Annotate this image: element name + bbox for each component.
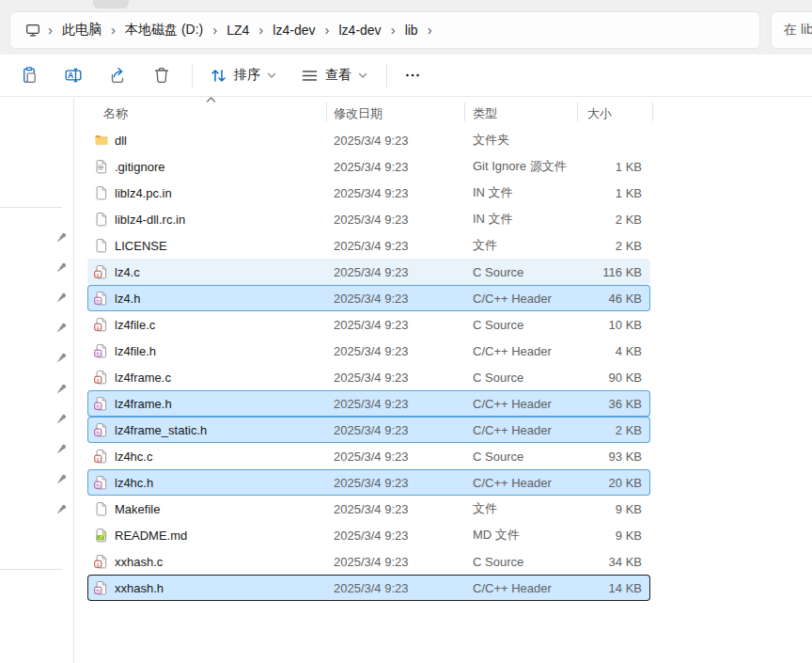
share-icon [108,66,127,85]
command-toolbar: A 排序 查看 [0,55,812,97]
this-pc-icon [25,23,40,38]
breadcrumb-item[interactable]: LZ4 [219,20,257,40]
file-row[interactable]: h lz4.h 2025/3/4 9:23 C/C++ Header 46 KB [87,285,650,311]
chevron-right-icon[interactable]: › [426,23,434,37]
file-date-modified: 2025/3/4 9:23 [334,522,409,548]
file-date-modified: 2025/3/4 9:23 [334,180,409,206]
file-size: 1 KB [616,180,642,206]
chevron-right-icon[interactable]: › [322,23,331,37]
file-date-modified: 2025/3/4 9:23 [334,469,409,496]
chevron-right-icon[interactable]: › [46,23,55,37]
column-resize-handle[interactable] [652,103,653,121]
chevron-right-icon[interactable]: › [389,23,398,37]
file-type: C Source [473,364,523,390]
breadcrumb-item[interactable]: 此电脑 [55,19,109,41]
chevron-right-icon[interactable]: › [257,23,265,37]
address-bar[interactable]: ›此电脑›本地磁盘 (D:)›LZ4›lz4-dev›lz4-dev›lib› [9,11,760,49]
svg-text:c: c [97,560,100,567]
file-size: 46 KB [609,285,642,311]
breadcrumb-item[interactable]: lib [398,20,426,40]
file-row[interactable]: README.md 2025/3/4 9:23 MD 文件 9 KB [87,522,650,548]
file-type: C/C++ Header [473,390,552,417]
navigation-pane[interactable] [0,98,74,663]
column-header-date[interactable]: 修改日期 [334,105,383,122]
file-date-modified: 2025/3/4 9:23 [334,390,409,417]
file-row[interactable]: c lz4hc.c 2025/3/4 9:23 C Source 93 KB [87,443,650,469]
file-name: Makefile [115,496,160,522]
file-size: 34 KB [609,548,642,575]
share-button[interactable] [102,60,133,90]
nav-divider [0,207,62,208]
file-size: 2 KB [616,206,642,232]
file-name: lz4.c [115,259,140,285]
file-row[interactable]: .gitignore 2025/3/4 9:23 Git Ignore 源文件 … [87,153,650,180]
breadcrumb-item[interactable]: lz4-dev [265,20,322,40]
file-date-modified: 2025/3/4 9:23 [334,443,409,469]
file-row[interactable]: h lz4frame.h 2025/3/4 9:23 C/C++ Header … [87,390,650,417]
file-row[interactable]: h lz4frame_static.h 2025/3/4 9:23 C/C++ … [87,417,650,443]
column-header-type[interactable]: 类型 [473,105,497,122]
file-row[interactable]: c lz4.c 2025/3/4 9:23 C Source 116 KB [87,259,650,285]
sort-ascending-icon [206,96,216,103]
chevron-right-icon[interactable]: › [109,23,117,37]
c-icon: c [94,311,109,338]
file-type: MD 文件 [473,522,520,548]
more-options-button[interactable] [397,60,429,90]
file-row[interactable]: h xxhash.h 2025/3/4 9:23 C/C++ Header 14… [87,575,650,601]
chevron-down-icon [358,72,367,79]
file-icon [94,180,109,206]
pin-icon [54,442,69,457]
h-icon: h [94,338,109,364]
file-row[interactable]: h lz4file.h 2025/3/4 9:23 C/C++ Header 4… [87,338,650,364]
file-row[interactable]: LICENSE 2025/3/4 9:23 文件 2 KB [87,232,650,259]
view-icon [301,67,319,85]
file-icon [94,232,109,259]
file-row[interactable]: liblz4.pc.in 2025/3/4 9:23 IN 文件 1 KB [87,180,650,206]
file-name: lz4.h [115,285,140,311]
rename-button[interactable]: A [57,60,89,90]
delete-button[interactable] [146,60,178,90]
file-size: 14 KB [609,575,642,601]
file-date-modified: 2025/3/4 9:23 [334,575,409,601]
view-button[interactable]: 查看 [293,60,375,90]
breadcrumb-item[interactable]: 本地磁盘 (D:) [117,19,211,41]
paste-button[interactable] [13,60,45,90]
file-type: C/C++ Header [473,285,552,311]
chevron-down-icon [267,72,276,79]
svg-text:h: h [97,429,101,435]
c-icon: c [94,364,109,390]
file-row[interactable]: c lz4frame.c 2025/3/4 9:23 C Source 90 K… [87,364,650,390]
file-row[interactable]: liblz4-dll.rc.in 2025/3/4 9:23 IN 文件 2 K… [87,206,650,232]
search-input[interactable]: 在 lib [771,11,812,49]
file-name: LICENSE [115,232,167,259]
file-size: 1 KB [616,153,642,180]
sort-button[interactable]: 排序 [202,60,284,90]
svg-text:h: h [97,481,101,488]
toolbar-separator [192,63,193,87]
paste-icon [20,66,39,85]
search-placeholder: 在 lib [784,22,812,39]
file-name: lz4frame.h [115,390,172,417]
file-type: C Source [473,548,523,575]
file-size: 2 KB [616,417,642,443]
file-row[interactable]: c xxhash.c 2025/3/4 9:23 C Source 34 KB [87,548,650,575]
file-date-modified: 2025/3/4 9:23 [334,548,409,575]
file-size: 93 KB [609,443,642,469]
file-type: 文件 [473,232,497,259]
file-row[interactable]: c lz4file.c 2025/3/4 9:23 C Source 10 KB [87,311,650,338]
column-header-name[interactable]: 名称 [103,105,128,122]
column-resize-handle[interactable] [464,103,465,121]
column-resize-handle[interactable] [577,103,578,121]
column-resize-handle[interactable] [326,103,327,121]
file-icon [94,206,109,232]
h-icon: h [94,285,109,311]
file-date-modified: 2025/3/4 9:23 [334,311,409,338]
column-header-size[interactable]: 大小 [587,105,612,122]
pin-icon [54,382,69,397]
chevron-right-icon[interactable]: › [211,23,219,37]
breadcrumb-item[interactable]: lz4-dev [331,20,388,40]
file-row[interactable]: dll 2025/3/4 9:23 文件夹 [87,127,650,153]
file-row[interactable]: Makefile 2025/3/4 9:23 文件 9 KB [87,496,650,522]
file-row[interactable]: h lz4hc.h 2025/3/4 9:23 C/C++ Header 20 … [87,469,650,496]
file-type: C Source [473,259,523,285]
